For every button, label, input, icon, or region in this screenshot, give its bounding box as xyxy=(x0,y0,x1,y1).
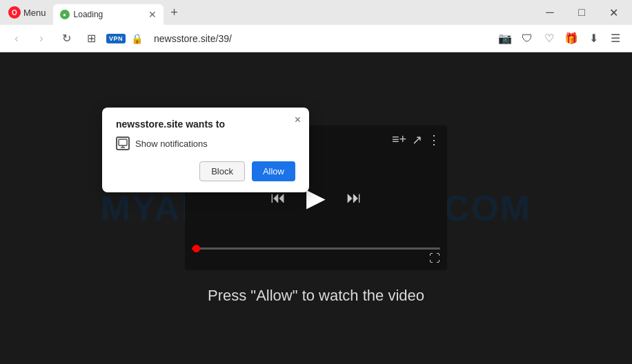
video-progress-bar[interactable] xyxy=(192,247,440,250)
new-tab-button[interactable]: + xyxy=(165,3,184,22)
tab-bar: O Menu ● Loading ✕ + ─ □ ✕ xyxy=(0,0,632,25)
menu-label: Menu xyxy=(23,8,46,18)
active-tab[interactable]: ● Loading ✕ xyxy=(53,4,164,25)
video-top-controls: ≡+ ↗ ⋮ xyxy=(392,132,440,148)
video-progress-fill xyxy=(192,247,197,250)
browser-chrome: O Menu ● Loading ✕ + ─ □ ✕ ‹ › ↻ ⊞ VPN 🔒 xyxy=(0,0,632,52)
play-button[interactable]: ▶ xyxy=(306,183,326,212)
lock-icon: 🔒 xyxy=(131,33,143,44)
skip-next-button[interactable]: ⏭ xyxy=(346,189,362,207)
popup-permission-label: Show notifications xyxy=(135,139,208,149)
tab-favicon: ● xyxy=(60,10,70,19)
url-field[interactable]: newsstore.site/39/ xyxy=(148,30,490,47)
share-icon[interactable]: ↗ xyxy=(412,132,422,148)
minimize-button[interactable]: ─ xyxy=(534,0,566,25)
popup-buttons: Block Allow xyxy=(116,161,295,181)
heart-icon[interactable]: ♡ xyxy=(540,29,559,48)
popup-permission-row: Show notifications xyxy=(116,136,295,150)
camera-icon[interactable]: 📷 xyxy=(495,29,515,48)
grid-button[interactable]: ⊞ xyxy=(81,29,101,48)
fullscreen-button[interactable]: ⛶ xyxy=(429,252,440,265)
reload-button[interactable]: ↻ xyxy=(57,29,76,48)
more-options-icon[interactable]: ⋮ xyxy=(428,132,440,148)
allow-button[interactable]: Allow xyxy=(252,161,295,181)
notification-popup: × newsstore.site wants to Show notificat… xyxy=(102,108,309,192)
back-button[interactable]: ‹ xyxy=(7,29,26,48)
maximize-button[interactable]: □ xyxy=(566,0,598,25)
download-icon[interactable]: ⬇ xyxy=(584,29,603,48)
popup-title: newsstore.site wants to xyxy=(116,119,295,130)
svg-rect-0 xyxy=(119,139,127,145)
gift-icon[interactable]: 🎁 xyxy=(562,29,581,48)
forward-button[interactable]: › xyxy=(32,29,51,48)
window-controls: ─ □ ✕ xyxy=(534,0,629,25)
tab-title: Loading xyxy=(74,10,103,19)
notification-permission-icon xyxy=(116,136,130,150)
url-text: newsstore.site/39/ xyxy=(154,33,232,44)
close-button[interactable]: ✕ xyxy=(598,0,629,25)
tab-close-button[interactable]: ✕ xyxy=(148,10,157,19)
add-to-queue-icon[interactable]: ≡+ xyxy=(392,132,406,148)
page-content: MYANTISPYWARE.COM ≡+ ↗ ⋮ ⏮ ▶ ⏭ ⛶ Press "… xyxy=(0,52,632,364)
block-button[interactable]: Block xyxy=(199,161,245,181)
toolbar-icons: 📷 🛡 ♡ 🎁 ⬇ ☰ xyxy=(495,29,625,48)
vpn-badge[interactable]: VPN xyxy=(106,34,126,43)
opera-logo: O xyxy=(8,6,21,19)
address-bar: ‹ › ↻ ⊞ VPN 🔒 newsstore.site/39/ 📷 🛡 ♡ 🎁… xyxy=(0,25,632,52)
browser-menu-button[interactable]: O Menu xyxy=(3,3,52,21)
popup-close-button[interactable]: × xyxy=(295,114,301,125)
extensions-menu-icon[interactable]: ☰ xyxy=(606,29,625,48)
shield-icon[interactable]: 🛡 xyxy=(517,29,537,48)
press-allow-text: Press "Allow" to watch the video xyxy=(208,287,424,305)
video-progress-dot xyxy=(192,245,200,252)
